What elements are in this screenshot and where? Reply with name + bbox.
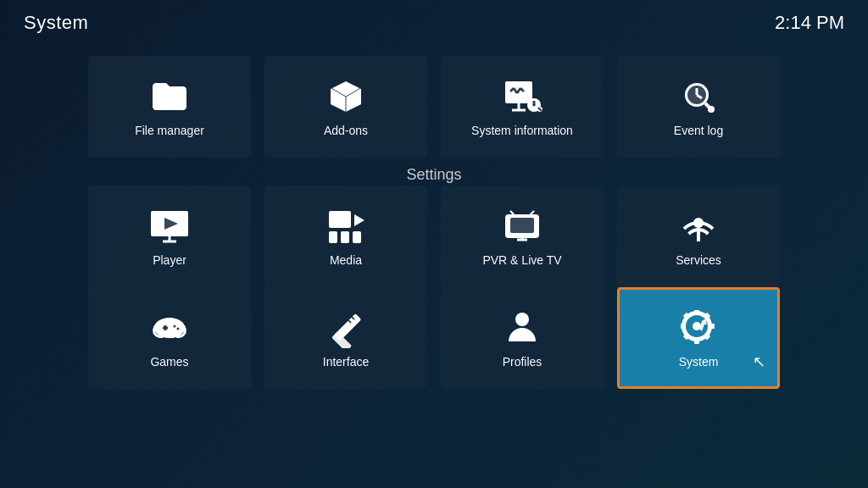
tv-icon <box>502 206 542 247</box>
gear-wrench-icon <box>678 308 719 348</box>
tile-games-label: Games <box>150 355 188 369</box>
tile-pvr-label: PVR & Live TV <box>482 253 561 267</box>
tile-system-information-label: System information <box>471 124 573 137</box>
svg-rect-50 <box>681 324 686 329</box>
settings-label: Settings <box>68 166 800 184</box>
gamepad-icon <box>149 308 190 348</box>
person-icon <box>502 308 542 348</box>
tile-media[interactable]: Media <box>264 186 427 287</box>
tile-system-information[interactable]: System information <box>441 56 604 158</box>
tile-add-ons[interactable]: Add-ons <box>264 56 427 158</box>
tile-player-label: Player <box>153 253 186 267</box>
settings-row-1: Player Media <box>68 186 800 287</box>
svg-point-39 <box>176 327 179 330</box>
tile-services[interactable]: Services <box>617 186 780 287</box>
svg-rect-24 <box>329 231 337 243</box>
tile-event-log[interactable]: Event log <box>617 56 780 158</box>
svg-rect-22 <box>329 211 351 228</box>
svg-point-38 <box>173 324 175 327</box>
svg-rect-49 <box>694 339 699 344</box>
tile-event-log-label: Event log <box>674 124 723 137</box>
tile-file-manager[interactable]: File manager <box>88 56 251 158</box>
tile-games[interactable]: Games <box>88 287 251 389</box>
tile-media-label: Media <box>330 253 362 267</box>
svg-marker-23 <box>354 214 364 226</box>
podcast-icon <box>678 206 719 247</box>
box-icon <box>326 76 366 117</box>
folder-icon <box>149 76 190 117</box>
svg-point-44 <box>515 313 529 326</box>
tile-services-label: Services <box>676 253 721 267</box>
svg-point-9 <box>532 103 535 106</box>
tile-profiles[interactable]: Profiles <box>441 287 604 389</box>
tile-file-manager-label: File manager <box>135 124 204 137</box>
tile-system-label: System <box>679 355 719 369</box>
svg-line-31 <box>510 211 514 214</box>
tile-pvr[interactable]: PVR & Live TV <box>441 186 604 287</box>
top-row: File manager Add-ons <box>68 49 800 158</box>
pen-ruler-icon <box>326 308 366 348</box>
cursor-indicator: ↖ <box>753 352 765 371</box>
tile-interface[interactable]: Interface <box>264 287 427 389</box>
settings-row-2: Games Interface Profiles <box>68 287 800 389</box>
svg-rect-25 <box>341 231 349 243</box>
app-title: System <box>24 12 88 34</box>
chart-icon <box>502 76 542 117</box>
tile-interface-label: Interface <box>323 355 369 369</box>
svg-rect-48 <box>694 310 699 315</box>
svg-rect-28 <box>510 218 534 233</box>
main-content: File manager Add-ons <box>0 49 868 488</box>
tile-player[interactable]: Player <box>88 186 251 287</box>
svg-line-32 <box>531 211 534 214</box>
media-icon <box>326 206 366 247</box>
top-bar: System 2:14 PM <box>0 0 868 46</box>
tile-system[interactable]: System ↖ <box>617 287 780 389</box>
play-screen-icon <box>149 206 190 247</box>
svg-rect-51 <box>709 324 715 329</box>
clock: 2:14 PM <box>775 12 844 34</box>
tile-add-ons-label: Add-ons <box>324 124 368 137</box>
clock-search-icon <box>678 76 719 117</box>
svg-point-35 <box>154 318 185 338</box>
svg-rect-26 <box>353 231 361 243</box>
svg-point-17 <box>708 106 715 113</box>
tile-profiles-label: Profiles <box>503 355 542 369</box>
